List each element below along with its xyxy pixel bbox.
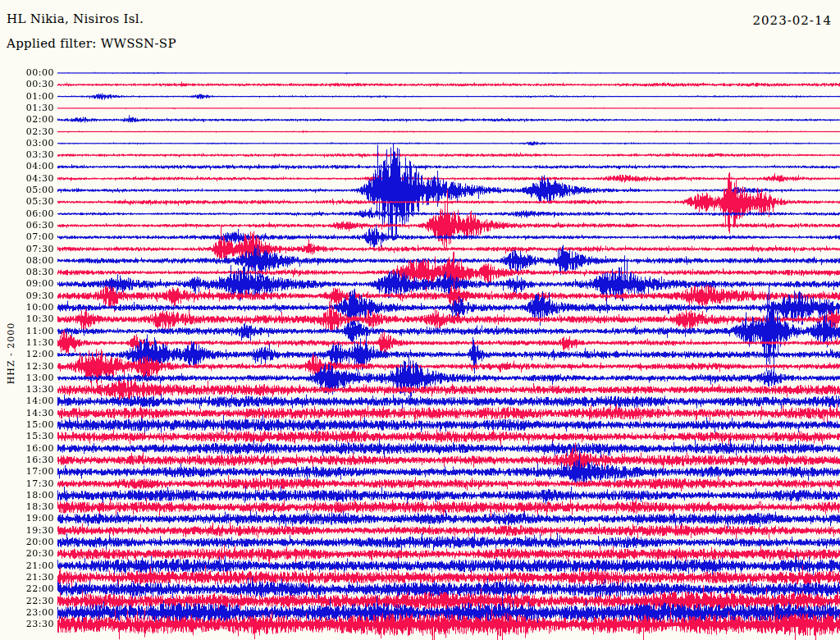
time-label: 02:00 [0,115,54,125]
time-label: 08:30 [0,267,54,277]
helicorder-page: { "header": { "station_title": "HL Nikia… [0,0,840,640]
time-label: 09:30 [0,291,54,301]
time-label: 04:00 [0,162,54,171]
time-label: 02:30 [0,127,54,137]
time-label: 20:30 [0,549,54,559]
time-label: 12:30 [0,362,54,372]
time-label: 10:00 [0,303,54,313]
time-label: 21:00 [0,561,54,571]
time-label: 07:30 [0,245,54,254]
time-label: 18:30 [0,502,54,512]
time-label: 19:30 [0,526,54,536]
time-label: 17:00 [0,467,54,477]
time-label: 14:00 [0,396,54,406]
time-label: 16:30 [0,455,54,465]
time-label: 04:30 [0,174,54,184]
time-label: 15:00 [0,420,54,430]
time-label: 07:00 [0,232,54,242]
time-label: 09:00 [0,279,54,289]
time-label: 01:30 [0,103,54,113]
time-label: 18:00 [0,491,54,501]
time-label: 05:30 [0,197,54,207]
time-label: 23:00 [0,608,54,618]
time-label: 20:00 [0,537,54,547]
time-label: 12:00 [0,350,54,359]
time-label: 11:30 [0,338,54,348]
time-label: 19:00 [0,514,54,523]
time-label: 00:00 [0,68,54,78]
time-label: 06:30 [0,221,54,231]
time-label: 23:30 [0,619,54,629]
time-label: 08:00 [0,256,54,266]
time-label: 22:00 [0,584,54,594]
time-label: 16:00 [0,444,54,454]
time-label: 13:30 [0,385,54,395]
time-label: 01:00 [0,92,54,102]
time-label: 21:30 [0,573,54,583]
time-label: 14:30 [0,409,54,418]
time-label: 03:00 [0,139,54,149]
time-label: 13:00 [0,373,54,383]
time-label: 15:30 [0,432,54,441]
time-label: 17:30 [0,479,54,489]
time-label: 05:00 [0,185,54,195]
time-label: 10:30 [0,314,54,324]
time-label: 06:00 [0,209,54,219]
time-label: 22:30 [0,597,54,606]
time-label: 03:30 [0,150,54,160]
time-label: 11:00 [0,327,54,336]
helicorder-canvas [0,0,840,640]
time-label: 00:30 [0,80,54,89]
